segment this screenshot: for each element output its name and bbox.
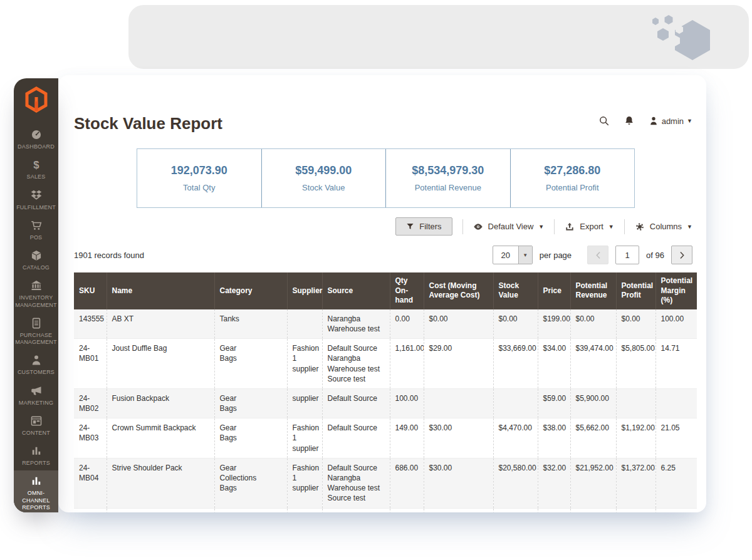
sidebar-item[interactable]: DASHBOARD	[14, 124, 58, 154]
cart-icon	[30, 219, 43, 232]
dashboard-icon	[30, 128, 43, 141]
cell-qty-on-hand: 1,161.00	[390, 339, 424, 389]
search-icon[interactable]	[598, 115, 610, 127]
table-row[interactable]: supplier	[74, 508, 697, 512]
cell-supplier	[287, 309, 322, 339]
cell-supplier: Fashion 1 supplier	[287, 418, 322, 459]
sidebar-item[interactable]: OMNI- CHANNEL REPORTS	[14, 470, 58, 512]
column-header[interactable]: Category	[214, 272, 287, 309]
cell-price: $38.00	[538, 418, 570, 459]
column-header[interactable]: Potential Revenue	[570, 272, 616, 309]
cell-stock-value: $0.00	[493, 309, 538, 339]
box-icon	[30, 249, 43, 262]
stat-card: $59,499.00 Stock Value	[261, 149, 386, 207]
column-header[interactable]: Source	[322, 272, 390, 309]
table-row[interactable]: 24- MB04 Strive Shoulder Pack Gear Colle…	[74, 458, 697, 508]
stat-value: $59,499.00	[295, 164, 352, 177]
cell-potential-profit: $5,805.00	[616, 339, 655, 389]
sidebar-item[interactable]: FULFILLMENT	[14, 185, 58, 215]
per-page-select[interactable]: 20 ▼	[493, 246, 533, 264]
column-header[interactable]: Potential Margin (%)	[655, 272, 697, 309]
page-title: Stock Value Report	[74, 114, 222, 133]
sidebar-item[interactable]: PURCHASE MANAGEMENT	[14, 313, 58, 350]
view-menu-button[interactable]: Default View ▼	[473, 222, 545, 232]
cell-sku	[74, 508, 107, 512]
hexagon-logo-decoration	[650, 13, 719, 68]
column-header[interactable]: Price	[538, 272, 570, 309]
column-header[interactable]: Cost (Moving Average Cost)	[424, 272, 493, 309]
cell-potential-profit: $1,372.00	[616, 458, 655, 508]
stat-card: 192,073.90 Total Qty	[137, 149, 261, 207]
page-total: of 96	[646, 251, 664, 260]
column-header[interactable]: SKU	[74, 272, 107, 309]
cell-sku: 24- MB01	[74, 339, 107, 389]
records-found: 1901 records found	[74, 251, 144, 260]
fulfillment-icon	[30, 189, 43, 202]
cell-name: Strive Shoulder Pack	[107, 458, 214, 508]
cell-potential-revenue: $5,662.00	[570, 418, 616, 459]
export-menu-button[interactable]: Export ▼	[565, 222, 614, 232]
main-content-card: Stock Value Report admin ▼ 192,073.90 To…	[58, 75, 706, 512]
next-page-button[interactable]	[671, 246, 692, 264]
sidebar-item[interactable]: MARKETING	[14, 380, 58, 410]
cell-price: $199.00	[538, 309, 570, 339]
stat-card: $8,534,979.30 Potential Revenue	[385, 149, 510, 207]
sidebar-item[interactable]: CUSTOMERS	[14, 350, 58, 380]
cell-category: Gear Collections Bags	[214, 458, 287, 508]
sidebar-item[interactable]: REPORTS	[14, 440, 58, 470]
cell-cost: $30.00	[424, 458, 493, 508]
sidebar-item[interactable]: INVENTORY MANAGEMENT	[14, 275, 58, 313]
page-number-input[interactable]	[615, 246, 639, 264]
per-page-label: per page	[540, 251, 572, 260]
cell-sku: 24- MB04	[74, 458, 107, 508]
previous-page-button[interactable]	[587, 246, 608, 264]
sidebar-item[interactable]: SYSTEM	[14, 507, 58, 512]
cell-category	[214, 508, 287, 512]
records-bar: 1901 records found 20 ▼ per page of 96	[74, 244, 692, 266]
cell-potential-margin: 6.25	[655, 458, 697, 508]
table-row[interactable]: 143555 AB XT Tanks Narangba Warehouse te…	[74, 309, 697, 339]
column-header[interactable]: Name	[107, 272, 214, 309]
sidebar-item[interactable]: CONTENT	[14, 410, 58, 440]
table-row[interactable]: 24- MB03 Crown Summit Backpack Gear Bags…	[74, 418, 697, 459]
column-header[interactable]: Supplier	[287, 272, 322, 309]
bell-icon[interactable]	[624, 115, 635, 127]
cell-sku: 24- MB03	[74, 418, 107, 459]
cell-potential-profit: $0.00	[616, 309, 655, 339]
stat-card: $27,286.80 Potential Profit	[510, 149, 635, 207]
cell-name: AB XT	[107, 309, 214, 339]
grid-toolbar: Filters Default View ▼ Export ▼ Columns …	[395, 217, 692, 236]
cell-category: Gear Bags	[214, 388, 287, 418]
table-header-row: SKUNameCategorySupplierSourceQty On-hand…	[74, 272, 697, 309]
cell-qty-on-hand: 149.00	[390, 418, 424, 459]
cell-name: Crown Summit Backpack	[107, 418, 214, 459]
sidebar-item[interactable]: CATALOG	[14, 245, 58, 275]
chevron-down-icon: ▼	[687, 224, 692, 230]
megaphone-icon	[30, 385, 43, 397]
background-panel	[128, 5, 749, 69]
cell-supplier: supplier	[287, 388, 322, 418]
sidebar-item[interactable]: SALES	[14, 154, 58, 184]
bar-chart-icon	[30, 475, 43, 487]
filters-button[interactable]: Filters	[395, 217, 452, 236]
column-header[interactable]: Potential Profit	[616, 272, 655, 309]
cell-name	[107, 508, 214, 512]
bank-icon	[30, 279, 43, 292]
cell-qty-on-hand: 686.00	[390, 458, 424, 508]
stat-label: Potential Revenue	[415, 183, 481, 192]
column-header[interactable]: Stock Value	[493, 272, 538, 309]
cell-source: Default Source	[322, 388, 390, 418]
table-row[interactable]: 24- MB02 Fusion Backpack Gear Bags suppl…	[74, 388, 697, 418]
table-row[interactable]: 24- MB01 Joust Duffle Bag Gear Bags Fash…	[74, 339, 697, 389]
cell-price: $34.00	[538, 339, 570, 389]
magento-logo[interactable]	[14, 78, 58, 118]
summary-cards: 192,073.90 Total Qty $59,499.00 Stock Va…	[137, 148, 635, 208]
admin-user-menu[interactable]: admin ▼	[649, 116, 692, 126]
cell-category: Gear Bags	[214, 418, 287, 459]
column-header[interactable]: Qty On-hand	[390, 272, 424, 309]
cell-category: Tanks	[214, 309, 287, 339]
columns-menu-button[interactable]: Columns ▼	[635, 222, 692, 232]
sidebar-item[interactable]: POS	[14, 215, 58, 245]
admin-sidebar: DASHBOARD SALES FULFILLMENT POS CATALOG	[14, 78, 58, 512]
cell-potential-margin: 14.71	[655, 339, 697, 389]
